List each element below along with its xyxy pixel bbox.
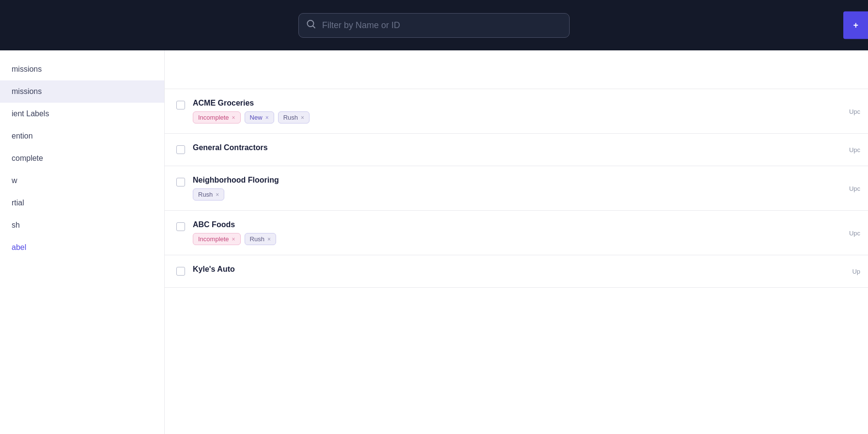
- list-item: ABC FoodsIncomplete×Rush×Upc: [165, 211, 868, 255]
- tag-incomplete: Incomplete×: [193, 233, 241, 245]
- sidebar-item-my-submissions[interactable]: missions: [0, 80, 164, 103]
- tags-row: Incomplete×New×Rush×: [193, 111, 856, 124]
- tag-rush: Rush×: [278, 111, 310, 124]
- item-name: Neighborhood Flooring: [193, 176, 856, 185]
- checkbox-wrap: [176, 145, 185, 156]
- tag-rush: Rush×: [245, 233, 276, 245]
- tag-remove-button[interactable]: ×: [216, 192, 219, 198]
- sidebar-item-client-labels[interactable]: ient Labels: [0, 103, 164, 125]
- tags-row: Rush×: [193, 188, 856, 201]
- list-item: Neighborhood FlooringRush×Upc: [165, 166, 868, 211]
- search-icon: [306, 19, 316, 31]
- sidebar-item-label[interactable]: abel: [0, 236, 164, 259]
- list-container: ACME GroceriesIncomplete×New×Rush×UpcGen…: [165, 89, 868, 288]
- item-name: Kyle's Auto: [193, 265, 856, 274]
- checkbox-wrap: [176, 267, 185, 278]
- item-update-label: Upc: [849, 146, 868, 154]
- row-checkbox[interactable]: [176, 267, 185, 276]
- list-item: General ContractorsUpc: [165, 134, 868, 166]
- tag-remove-button[interactable]: ×: [267, 236, 271, 242]
- toolbar-row: [165, 50, 868, 89]
- sidebar-item-new[interactable]: w: [0, 170, 164, 192]
- tag-label: Rush: [250, 235, 264, 243]
- tag-label: Incomplete: [198, 114, 229, 121]
- content-area: ACME GroceriesIncomplete×New×Rush×UpcGen…: [165, 50, 868, 434]
- list-item: Kyle's AutoUp: [165, 255, 868, 288]
- main-layout: missions missions ient Labels ention com…: [0, 50, 868, 434]
- action-button[interactable]: +: [843, 12, 868, 39]
- sidebar-item-rush[interactable]: sh: [0, 214, 164, 236]
- tag-label: Incomplete: [198, 235, 229, 243]
- sidebar-item-submissions[interactable]: missions: [0, 58, 164, 80]
- tag-label: Rush: [283, 114, 298, 121]
- tag-remove-button[interactable]: ×: [265, 115, 269, 121]
- sidebar: missions missions ient Labels ention com…: [0, 50, 165, 434]
- item-update-label: Upc: [849, 185, 868, 192]
- item-name: ABC Foods: [193, 220, 856, 229]
- list-item: ACME GroceriesIncomplete×New×Rush×Upc: [165, 89, 868, 134]
- row-checkbox[interactable]: [176, 101, 185, 109]
- checkbox-wrap: [176, 222, 185, 233]
- svg-line-1: [313, 26, 315, 28]
- item-update-label: Upc: [849, 108, 868, 115]
- tag-incomplete: Incomplete×: [193, 111, 241, 124]
- item-name: ACME Groceries: [193, 99, 856, 108]
- tag-label: Rush: [198, 191, 213, 198]
- tag-remove-button[interactable]: ×: [232, 236, 235, 242]
- row-checkbox[interactable]: [176, 222, 185, 231]
- checkbox-wrap: [176, 178, 185, 188]
- item-update-label: Upc: [849, 229, 868, 236]
- tag-remove-button[interactable]: ×: [232, 115, 235, 121]
- item-update-label: Up: [852, 268, 868, 275]
- sidebar-item-incomplete[interactable]: complete: [0, 147, 164, 170]
- row-checkbox[interactable]: [176, 178, 185, 186]
- item-name: General Contractors: [193, 143, 856, 152]
- checkbox-wrap: [176, 101, 185, 111]
- header: +: [0, 0, 868, 50]
- tag-new: New×: [245, 111, 274, 124]
- row-checkbox[interactable]: [176, 145, 185, 154]
- search-input[interactable]: [298, 13, 570, 38]
- tags-row: Incomplete×Rush×: [193, 233, 856, 245]
- tag-remove-button[interactable]: ×: [301, 115, 304, 121]
- tag-rush: Rush×: [193, 188, 224, 201]
- tag-label: New: [250, 114, 263, 121]
- sidebar-item-partial[interactable]: rtial: [0, 192, 164, 214]
- search-container: [298, 13, 570, 38]
- sidebar-item-retention[interactable]: ention: [0, 125, 164, 147]
